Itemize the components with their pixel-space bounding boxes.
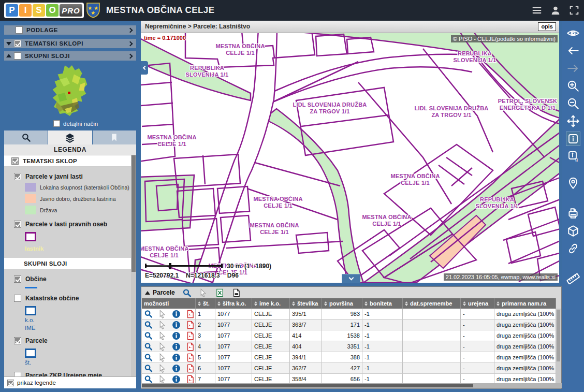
visibility-tool[interactable] [566, 26, 580, 40]
column-header-povrina[interactable]: površina [322, 298, 362, 309]
zoom-out-tool[interactable] [566, 96, 580, 111]
column-header-monosti[interactable]: možnosti [142, 298, 196, 309]
logo-letter: O [46, 4, 59, 17]
table-row[interactable]: 11077CELJE395/1983-1-druga zemljišča (10… [142, 309, 557, 320]
legend-scrollbar[interactable] [131, 155, 136, 376]
row-pointer-button[interactable] [158, 364, 167, 373]
results-panel-toggle[interactable] [342, 274, 360, 283]
table-pointer-button[interactable] [199, 288, 208, 297]
row-info-button[interactable] [172, 353, 181, 362]
table-cell: -1 [362, 309, 403, 319]
column-header-tevilka[interactable]: številka [290, 298, 322, 309]
table-cell: 5 [196, 352, 215, 362]
column-header-t[interactable]: št. [196, 298, 215, 309]
identify-tool[interactable] [566, 132, 580, 146]
menu-icon[interactable] [531, 5, 543, 16]
history-back-tool[interactable] [566, 43, 580, 58]
view-3d-tool[interactable] [566, 224, 580, 238]
column-header-primarnanamra[interactable]: primarna nam.ra [494, 298, 556, 309]
table-row[interactable]: 41077CELJE4043351-1-druga zemljišča (100… [142, 341, 557, 352]
layer-checkbox[interactable] [14, 295, 21, 302]
sidebar-panel-tematski-sklopi[interactable]: TEMATSKI SKLOPI [4, 39, 136, 48]
row-pdf-button[interactable] [186, 321, 195, 329]
row-pdf-button[interactable] [186, 364, 195, 373]
row-pdf-button[interactable] [186, 342, 195, 351]
panel-checkbox[interactable] [16, 26, 23, 34]
row-info-button[interactable] [172, 342, 181, 351]
row-pdf-button[interactable] [186, 310, 195, 318]
column-header-boniteta[interactable]: boniteta [362, 298, 403, 309]
column-header-datspremembe[interactable]: dat.spremembe [403, 298, 461, 309]
table-shp-button[interactable] [232, 288, 241, 297]
layer-checkbox[interactable] [14, 372, 21, 376]
sidebar-panel-skupni-sloji[interactable]: SKUPNI SLOJI [4, 51, 136, 61]
table-row[interactable]: 21077CELJE363/7171-1-druga zemljišča (10… [142, 320, 557, 330]
locate-tool[interactable] [566, 176, 580, 191]
row-pointer-button[interactable] [158, 342, 167, 351]
identify-group-tool[interactable]: g [566, 149, 580, 164]
row-search-button[interactable] [144, 375, 153, 384]
measure-tool[interactable] [566, 270, 580, 285]
table-cell [403, 374, 461, 384]
layer-checkbox[interactable] [14, 221, 21, 228]
panel-checkbox[interactable] [14, 40, 21, 47]
row-pdf-button[interactable] [186, 331, 195, 340]
row-info-button[interactable] [172, 321, 181, 329]
history-forward-tool[interactable] [566, 61, 580, 76]
tab-bookmark[interactable] [93, 130, 136, 144]
row-pointer-button[interactable] [158, 331, 167, 340]
print-tool[interactable] [566, 206, 580, 221]
opis-button[interactable]: opis [538, 22, 556, 31]
map-viewport[interactable]: MESTNA OBČINACELJE 1/1REPUBLIKASLOVENIJA… [141, 33, 559, 283]
row-info-button[interactable] [172, 364, 181, 373]
sidebar-collapse-button[interactable] [141, 61, 148, 75]
table-row[interactable]: 31077CELJE4141538-1-druga zemljišča (100… [142, 330, 557, 341]
row-search-button[interactable] [144, 321, 153, 329]
panel-checkbox[interactable] [14, 52, 21, 60]
overview-map[interactable] [49, 64, 92, 119]
column-header-urejena[interactable]: urejena [461, 298, 494, 309]
tab-layers[interactable] [48, 130, 92, 144]
row-search-button[interactable] [144, 364, 153, 373]
pan-tool[interactable] [566, 114, 580, 128]
show-legend-checkbox[interactable] [7, 380, 14, 386]
table-cell: CELJE [252, 352, 290, 362]
column-header-imeko[interactable]: ime k.o. [252, 298, 290, 309]
sidebar-panel-podlage[interactable]: PODLAGE [4, 25, 136, 35]
row-pointer-button[interactable] [158, 321, 167, 329]
table-row[interactable]: 61077CELJE362/7427-1-druga zemljišča (10… [142, 363, 557, 374]
row-pointer-button[interactable] [158, 310, 167, 318]
row-pointer-button[interactable] [158, 375, 167, 384]
tab-search[interactable] [4, 130, 48, 144]
table-cell: 362/7 [290, 363, 322, 373]
row-search-button[interactable] [144, 342, 153, 351]
fullscreen-icon[interactable] [568, 5, 580, 16]
table-row[interactable]: 51077CELJE394/1388-1-druga zemljišča (10… [142, 352, 557, 363]
row-search-button[interactable] [144, 310, 153, 318]
row-pointer-button[interactable] [158, 353, 167, 362]
row-pdf-button[interactable] [186, 353, 195, 362]
row-search-button[interactable] [144, 353, 153, 362]
zoom-in-tool[interactable] [566, 79, 580, 93]
expand-triangle-icon [6, 51, 11, 57]
row-info-button[interactable] [172, 331, 181, 340]
share-tool[interactable] [566, 241, 580, 256]
table-vertical-scrollbar[interactable] [556, 309, 561, 385]
column-header-ifrako[interactable]: šifra k.o. [215, 298, 252, 309]
table-horizontal-scrollbar[interactable] [142, 383, 562, 388]
row-search-button[interactable] [144, 331, 153, 340]
table-excel-button[interactable] [215, 288, 225, 297]
user-icon[interactable] [550, 5, 561, 16]
detail-mode-checkbox[interactable] [53, 120, 60, 127]
collapse-results-icon[interactable] [145, 288, 150, 295]
row-info-button[interactable] [172, 375, 181, 384]
legend-checkbox[interactable] [11, 157, 19, 165]
row-pdf-button[interactable] [186, 375, 195, 384]
layer-checkbox[interactable] [14, 275, 21, 283]
table-search-button[interactable] [182, 288, 192, 297]
table-cell: druga zemljišča (100% [494, 320, 556, 330]
table-cell: 1077 [215, 363, 252, 373]
layer-checkbox[interactable] [14, 173, 21, 180]
row-info-button[interactable] [172, 310, 181, 318]
layer-checkbox[interactable] [14, 337, 21, 344]
